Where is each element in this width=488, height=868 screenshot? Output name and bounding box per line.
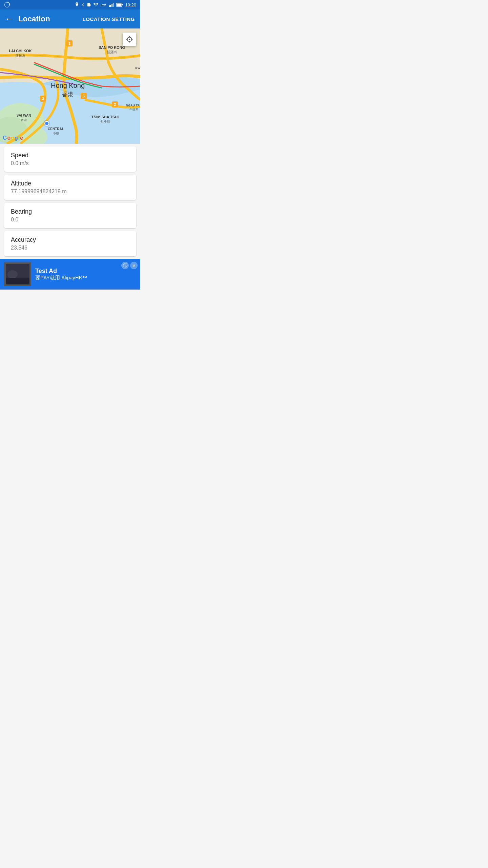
svg-rect-8: [113, 3, 114, 7]
spinner-icon: [4, 2, 10, 8]
page-title: Location: [18, 15, 50, 23]
location-status-icon: [75, 2, 79, 7]
svg-text:TSIM SHA TSUI: TSIM SHA TSUI: [92, 115, 119, 119]
svg-text:3: 3: [42, 97, 44, 101]
status-time: 19:20: [125, 2, 136, 7]
ad-image: [4, 262, 31, 286]
svg-point-51: [7, 270, 18, 278]
back-button[interactable]: ←: [5, 15, 13, 23]
svg-rect-11: [117, 4, 122, 6]
info-cards-container: Speed 0.0 m/s Altitude 77.19999694824219…: [0, 144, 140, 259]
svg-rect-10: [122, 4, 123, 5]
svg-rect-1: [87, 3, 90, 6]
svg-point-43: [45, 122, 48, 125]
speed-card: Speed 0.0 m/s: [4, 146, 136, 172]
accuracy-card: Accuracy 23.546: [4, 231, 136, 256]
svg-rect-2: [87, 4, 87, 6]
crosshair-icon: [126, 36, 133, 43]
svg-text:香港: 香港: [62, 91, 74, 98]
svg-text:尖沙咀: 尖沙咀: [100, 120, 110, 123]
svg-point-45: [129, 39, 130, 40]
svg-text:LAI CHI KOK: LAI CHI KOK: [9, 49, 32, 53]
speed-value: 0.0 m/s: [11, 160, 129, 166]
call-lte-icon: LTE: [101, 3, 107, 7]
location-setting-button[interactable]: LOCATION SETTING: [83, 16, 135, 22]
svg-text:LTE: LTE: [101, 4, 106, 7]
wifi-icon: [93, 3, 99, 7]
map-svg: 1 2 3 5 LAI CHI KOK 荔枝角 SAN PO KONG 新蒲崗 …: [0, 28, 140, 144]
ad-thumbnail: [6, 264, 29, 284]
svg-rect-52: [6, 278, 29, 284]
svg-rect-5: [109, 5, 110, 7]
ad-title: Test Ad: [35, 268, 57, 275]
altitude-card: Altitude 77.19999694824219 m: [4, 175, 136, 200]
svg-text:5: 5: [83, 94, 85, 98]
status-left: [4, 2, 10, 8]
locate-button[interactable]: [123, 33, 136, 46]
bearing-card: Bearing 0.0: [4, 203, 136, 228]
svg-text:2: 2: [114, 102, 116, 106]
svg-text:Hong Kong: Hong Kong: [51, 82, 85, 89]
svg-text:西環: 西環: [21, 118, 27, 122]
app-bar: ← Location LOCATION SETTING: [0, 9, 140, 28]
svg-text:NGAU TAU: NGAU TAU: [126, 104, 140, 107]
altitude-label: Altitude: [11, 180, 129, 187]
ad-controls: ⓘ ✕: [121, 262, 138, 269]
vibrate-icon: [86, 2, 91, 7]
app-bar-left: ← Location: [5, 15, 50, 23]
bluetooth-icon: [81, 2, 84, 7]
svg-text:CENTRAL: CENTRAL: [48, 127, 64, 131]
svg-text:SAI WAN: SAI WAN: [17, 114, 31, 117]
status-icons: LTE 19:20: [75, 2, 136, 7]
svg-rect-3: [90, 4, 91, 6]
ad-info-button[interactable]: ⓘ: [121, 262, 129, 269]
signal-icon: [109, 3, 114, 7]
svg-text:牛頭角: 牛頭角: [129, 108, 139, 111]
svg-text:新蒲崗: 新蒲崗: [107, 50, 117, 54]
bearing-label: Bearing: [11, 208, 129, 215]
svg-text:荔枝角: 荔枝角: [15, 54, 25, 57]
altitude-value: 77.19999694824219 m: [11, 189, 129, 195]
bearing-value: 0.0: [11, 217, 129, 223]
svg-text:1: 1: [68, 41, 70, 45]
google-logo: G o o g l e: [3, 135, 23, 141]
battery-icon: [116, 3, 123, 7]
svg-rect-7: [111, 4, 113, 7]
svg-text:KWI: KWI: [135, 66, 140, 70]
svg-rect-6: [110, 5, 111, 7]
status-bar: LTE 19:20: [0, 0, 140, 9]
ad-close-button[interactable]: ✕: [130, 262, 138, 269]
accuracy-label: Accuracy: [11, 236, 129, 243]
svg-text:SAN PO KONG: SAN PO KONG: [99, 45, 125, 50]
svg-text:中環: 中環: [53, 132, 59, 135]
ad-banner[interactable]: Test Ad 要PAY就用 AlipayHK™ ⓘ ✕: [0, 259, 140, 290]
map-container[interactable]: 1 2 3 5 LAI CHI KOK 荔枝角 SAN PO KONG 新蒲崗 …: [0, 28, 140, 144]
ad-subtitle: 要PAY就用 AlipayHK™: [35, 275, 87, 281]
accuracy-value: 23.546: [11, 245, 129, 251]
ad-content: Test Ad 要PAY就用 AlipayHK™: [35, 268, 136, 281]
speed-label: Speed: [11, 152, 129, 159]
